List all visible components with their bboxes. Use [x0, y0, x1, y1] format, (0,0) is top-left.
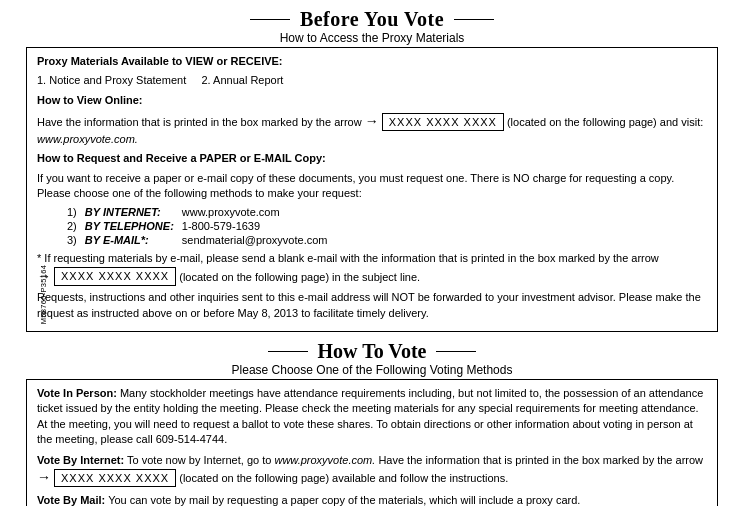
- right-arrow-icon: →: [365, 112, 379, 132]
- paper-copy-label: How to Request and Receive a PAPER or E-…: [37, 152, 326, 164]
- paper-copy-text: If you want to receive a paper or e-mail…: [37, 171, 707, 202]
- proxy-items: 1. Notice and Proxy Statement 2. Annual …: [37, 73, 707, 88]
- asterisk-line: * If requesting materials by e-mail, ple…: [37, 251, 707, 286]
- view-online-content: Have the information that is printed in …: [37, 112, 707, 147]
- view-online-heading: How to View Online:: [37, 93, 707, 108]
- internet-arrow-box: → XXXX XXXX XXXX: [37, 468, 176, 488]
- method-internet: 1) BY INTERNET: www.proxyvote.com: [67, 205, 335, 219]
- vote-methods-box: Vote In Person: Many stockholder meeting…: [26, 379, 718, 506]
- view-online-arrow-box: → XXXX XXXX XXXX: [365, 112, 504, 132]
- method-label-internet: BY INTERNET:: [85, 205, 182, 219]
- vote-in-person: Vote In Person: Many stockholder meeting…: [37, 386, 707, 448]
- in-person-text: Many stockholder meetings have attendanc…: [37, 387, 703, 445]
- view-online-text1: Have the information that is printed in …: [37, 116, 362, 128]
- method-label-telephone: BY TELEPHONE:: [85, 219, 182, 233]
- method-num-1: 1): [67, 205, 85, 219]
- vote-mail: Vote By Mail: You can vote by mail by re…: [37, 493, 707, 506]
- vote-line-right: [436, 351, 476, 353]
- internet-text3: (located on the following page) availabl…: [179, 472, 508, 484]
- page-header: Before You Vote How to Access the Proxy …: [26, 8, 718, 45]
- page-title: Before You Vote: [300, 8, 444, 31]
- asterisk-placeholder: XXXX XXXX XXXX: [54, 267, 176, 285]
- mail-text: You can vote by mail by requesting a pap…: [108, 494, 580, 506]
- footer-text: Requests, instructions and other inquiri…: [37, 290, 707, 321]
- view-online-label: How to View Online:: [37, 94, 143, 106]
- method-value-telephone: 1-800-579-1639: [182, 219, 336, 233]
- asterisk-text2: (located on the following page) in the s…: [179, 271, 420, 283]
- paper-copy-heading: How to Request and Receive a PAPER or E-…: [37, 151, 707, 166]
- page-subtitle: How to Access the Proxy Materials: [26, 31, 718, 45]
- vote-header: How To Vote Please Choose One of the Fol…: [26, 340, 718, 377]
- in-person-label: Vote In Person:: [37, 387, 117, 399]
- proxy-item2: 2. Annual Report: [201, 74, 283, 86]
- vote-subtitle: Please Choose One of the Following Votin…: [26, 363, 718, 377]
- sidebar-label: M58760-P35164: [39, 264, 48, 323]
- title-line-right: [454, 19, 494, 21]
- vote-internet: Vote By Internet: To vote now by Interne…: [37, 453, 707, 488]
- proxy-item1: 1. Notice and Proxy Statement: [37, 74, 186, 86]
- method-num-2: 2): [67, 219, 85, 233]
- method-telephone: 2) BY TELEPHONE: 1-800-579-1639: [67, 219, 335, 233]
- proxy-materials-box: Proxy Materials Available to VIEW or REC…: [26, 47, 718, 332]
- method-value-email: sendmaterial@proxyvote.com: [182, 233, 336, 247]
- method-num-3: 3): [67, 233, 85, 247]
- vote-title: How To Vote: [318, 340, 427, 363]
- methods-table: 1) BY INTERNET: www.proxyvote.com 2) BY …: [67, 205, 335, 247]
- methods-tbody: 1) BY INTERNET: www.proxyvote.com 2) BY …: [67, 205, 335, 247]
- asterisk-arrow-box: → XXXX XXXX XXXX: [37, 267, 176, 287]
- proxy-heading1: Proxy Materials Available to VIEW or REC…: [37, 54, 707, 69]
- internet-placeholder: XXXX XXXX XXXX: [54, 469, 176, 487]
- mail-label: Vote By Mail:: [37, 494, 105, 506]
- internet-arrow-icon: →: [37, 468, 51, 488]
- proxy-heading1-text: Proxy Materials Available to VIEW or REC…: [37, 55, 283, 67]
- page-wrapper: M58760-P35164 Before You Vote How to Acc…: [12, 8, 718, 506]
- vote-line-left: [268, 351, 308, 353]
- internet-url: www.proxyvote.com.: [274, 454, 375, 466]
- internet-label: Vote By Internet:: [37, 454, 124, 466]
- asterisk-text1: * If requesting materials by e-mail, ple…: [37, 252, 659, 264]
- method-email: 3) BY E-MAIL*: sendmaterial@proxyvote.co…: [67, 233, 335, 247]
- view-online-placeholder: XXXX XXXX XXXX: [382, 113, 504, 131]
- method-value-internet: www.proxyvote.com: [182, 205, 336, 219]
- title-line-left: [250, 19, 290, 21]
- internet-text1: To vote now by Internet, go to www.proxy…: [127, 454, 703, 466]
- method-label-email: BY E-MAIL*:: [85, 233, 182, 247]
